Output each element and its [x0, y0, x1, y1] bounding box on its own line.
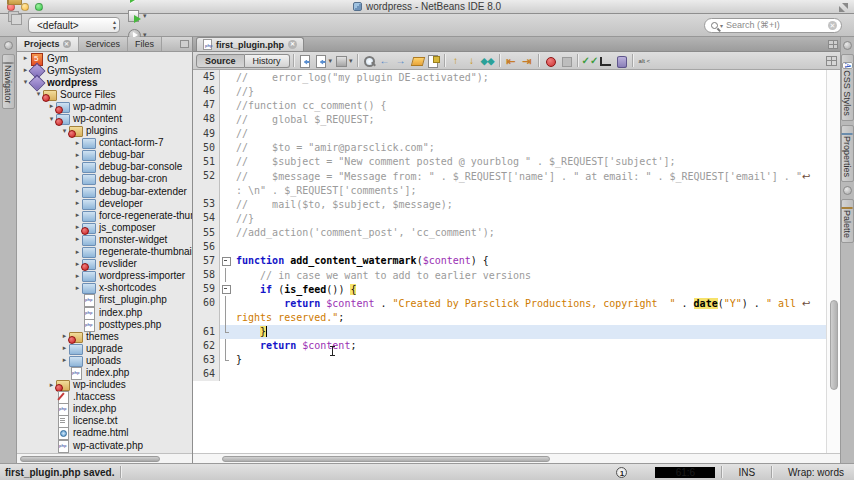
toggle-highlight-icon[interactable] — [409, 53, 425, 69]
shift-right-icon[interactable]: ⇥ — [519, 53, 535, 69]
code-line-62[interactable]: 62 return $content; — [193, 339, 840, 353]
expander-icon[interactable]: ▸ — [73, 199, 82, 207]
expander-icon[interactable]: ▸ — [73, 139, 82, 147]
expander-icon[interactable]: ▸ — [73, 211, 82, 219]
split-document-icon[interactable] — [826, 56, 837, 66]
history-diff-icon[interactable]: ▾ — [333, 53, 354, 69]
code-line-51[interactable]: 51// $subject = "New comment posted @ yo… — [193, 155, 840, 169]
expander-icon[interactable]: ▸ — [73, 235, 82, 243]
back-icon[interactable]: ▾ — [313, 53, 334, 69]
code-line-48[interactable]: 48// global $_REQUEST; — [193, 112, 840, 126]
editor-vscrollbar[interactable] — [826, 70, 840, 453]
tree-item-themes[interactable]: ▸themes — [17, 330, 192, 342]
tab-palette[interactable]: Palette — [841, 199, 854, 243]
comment-icon[interactable]: ✓✓ — [581, 53, 597, 69]
tree-item-license-txt[interactable]: license.txt — [17, 415, 192, 427]
tree-item-posttypes-php[interactable]: posttypes.php — [17, 318, 192, 330]
close-tab-icon[interactable]: ✕ — [288, 40, 297, 49]
code-view[interactable]: 45// error_log("my plugin DE-activated")… — [193, 70, 840, 453]
expander-icon[interactable]: ▸ — [73, 187, 82, 195]
search-clear-icon[interactable]: ✕ — [828, 21, 837, 30]
scrollbar-thumb[interactable] — [830, 300, 838, 390]
code-line-54[interactable]: 54//} — [193, 211, 840, 225]
code-line-57[interactable]: 57function add_content_watermark($conten… — [193, 254, 840, 268]
navigator-tab[interactable]: Navigator — [2, 54, 15, 109]
code-line-46[interactable]: 46//} — [193, 84, 840, 98]
code-line-56[interactable]: 56 — [193, 240, 840, 254]
code-line-59[interactable]: 59 if (is_feed()) { — [193, 282, 840, 296]
tree-item-wordpress-importer[interactable]: ▸wordpress-importer — [17, 270, 192, 282]
tree-item-uploads[interactable]: ▸uploads — [17, 354, 192, 366]
expander-icon[interactable]: ▸ — [73, 272, 82, 280]
code-line-52[interactable]: 52// $message = "Message from: " . $_REQ… — [193, 169, 840, 183]
editor-hscrollbar[interactable] — [193, 453, 840, 463]
tree-item-wordpress[interactable]: ▾wordpress — [17, 76, 192, 88]
tree-item-plugins[interactable]: ▾plugins — [17, 125, 192, 137]
dock-icon[interactable] — [843, 41, 852, 50]
last-edit-icon[interactable] — [297, 53, 313, 69]
projects-hscrollbar[interactable] — [17, 453, 192, 463]
code-line-wrap[interactable]: rights reserved."; — [193, 310, 840, 324]
code-line-49[interactable]: 49// — [193, 127, 840, 141]
expander-icon[interactable]: ▸ — [60, 356, 69, 364]
record-macro-icon[interactable] — [542, 53, 558, 69]
code-fold-icon[interactable] — [220, 254, 232, 268]
tree-item-wp-activate-php[interactable]: wp-activate.php — [17, 439, 192, 451]
panel-dock-icon[interactable] — [180, 40, 189, 48]
expander-icon[interactable]: ▸ — [73, 163, 82, 171]
goto-occurrence-icon[interactable]: ◆◆ — [480, 53, 496, 69]
search-dropdown-icon[interactable]: ▾ — [720, 22, 723, 29]
expander-icon[interactable]: ▸ — [73, 175, 82, 183]
tree-item-upgrade[interactable]: ▸upgrade — [17, 342, 192, 354]
config-select[interactable]: <default> ▴▾ — [28, 17, 120, 33]
tree-item-wp-includes[interactable]: ▸wp-includes — [17, 379, 192, 391]
tree-item--htaccess[interactable]: .htaccess — [17, 391, 192, 403]
bookmark-icon[interactable] — [425, 53, 441, 69]
memory-icon[interactable] — [613, 53, 629, 69]
expander-icon[interactable]: ▸ — [73, 248, 82, 256]
previous-bookmark-icon[interactable]: ↓ — [464, 53, 480, 69]
tree-item-index-php[interactable]: index.php — [17, 366, 192, 378]
next-occurrence-icon[interactable]: → — [393, 53, 409, 69]
maximize-editor-icon[interactable] — [828, 40, 838, 49]
open-project-icon[interactable] — [4, 0, 24, 7]
code-line-64[interactable]: 64 — [193, 367, 840, 381]
tab-properties[interactable]: Properties — [841, 125, 854, 182]
tree-item-developer[interactable]: ▸developer — [17, 197, 192, 209]
tab-services[interactable]: Services — [79, 37, 129, 51]
history-view-button[interactable]: History — [245, 54, 290, 68]
code-line-50[interactable]: 50// $to = "amir@parsclick.com"; — [193, 141, 840, 155]
tree-item-x-shortcodes[interactable]: ▸x-shortcodes — [17, 282, 192, 294]
code-line-61[interactable]: 61 } — [193, 325, 840, 339]
tree-item-wp-content[interactable]: ▾wp-content — [17, 112, 192, 124]
previous-occurrence-icon[interactable]: ← — [377, 53, 393, 69]
expander-icon[interactable]: ▸ — [73, 284, 82, 292]
abbrev-label[interactable]: alt < — [636, 53, 654, 69]
notifications-badge[interactable]: 1 — [616, 467, 627, 478]
tree-item-regenerate-thumbnails[interactable]: ▸regenerate-thumbnails — [17, 246, 192, 258]
code-line-60[interactable]: 60 return $content . "Created by Parscli… — [193, 296, 840, 310]
insert-mode-indicator[interactable]: INS — [728, 467, 765, 478]
expander-icon[interactable]: ▸ — [60, 344, 69, 352]
tree-item-gym[interactable]: ▸Gym — [17, 52, 192, 64]
tree-item-monster-widget[interactable]: ▸monster-widget — [17, 233, 192, 245]
chevron-down-icon[interactable]: ▾ — [349, 57, 353, 65]
tree-item-debug-bar-cron[interactable]: ▸debug-bar-cron — [17, 173, 192, 185]
code-line-53[interactable]: 53// mail($to, $subject, $message); — [193, 197, 840, 211]
editor-tab-first-plugin[interactable]: first_plugin.php ✕ — [196, 37, 304, 51]
tree-item-debug-bar-console[interactable]: ▸debug-bar-console — [17, 161, 192, 173]
tab-css-styles[interactable]: ACSS Styles — [841, 54, 854, 121]
indent-icon[interactable] — [597, 53, 613, 69]
search-input[interactable]: ▾ Search (⌘+I) ✕ — [704, 18, 842, 33]
code-line-55[interactable]: 55//add_action('comment_post', 'cc_comme… — [193, 226, 840, 240]
dock-icon[interactable] — [4, 41, 13, 50]
tree-item-index-php[interactable]: index.php — [17, 306, 192, 318]
tree-item-revslider[interactable]: ▸revslider — [17, 258, 192, 270]
code-line-45[interactable]: 45// error_log("my plugin DE-activated")… — [193, 70, 840, 84]
tree-item-first-plugin-php[interactable]: first_plugin.php — [17, 294, 192, 306]
config-select-stepper-icon[interactable]: ▴▾ — [113, 19, 116, 31]
code-line-wrap[interactable]: : \n" . $_REQUEST['comments']; — [193, 183, 840, 197]
dock-icon[interactable] — [843, 186, 852, 195]
tree-item-debug-bar-extender[interactable]: ▸debug-bar-extender — [17, 185, 192, 197]
chevron-down-icon[interactable]: ▾ — [329, 57, 333, 65]
